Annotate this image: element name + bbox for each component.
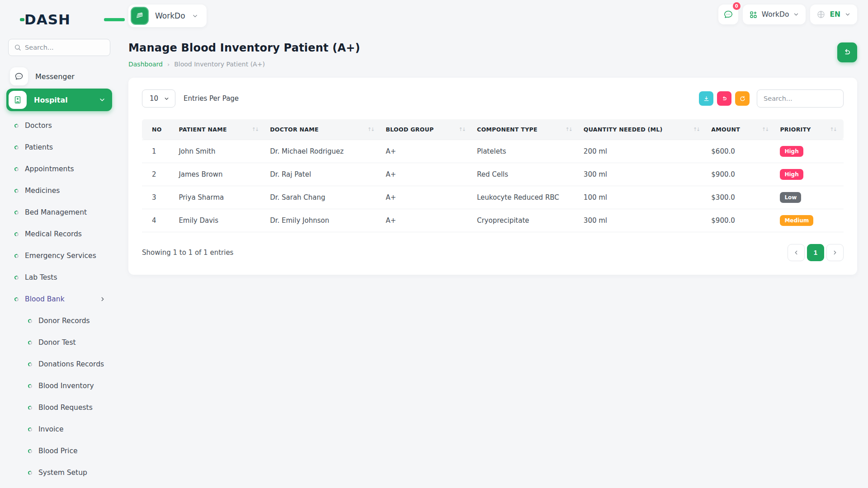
column-header-no[interactable]: NO — [142, 119, 174, 140]
sidebar-item-medicines[interactable]: Medicines — [6, 180, 112, 202]
cell-patient-name: James Brown — [174, 163, 265, 186]
workspace-label: WorkDo — [155, 11, 185, 20]
cell-blood-group: A+ — [381, 140, 472, 163]
sidebar-item-bed-management[interactable]: Bed Management — [6, 202, 112, 223]
sidebar-item-lab-tests[interactable]: Lab Tests — [6, 267, 112, 288]
sidebar-item-blood-requests[interactable]: Blood Requests — [6, 397, 112, 418]
sidebar-item-label: Blood Price — [38, 447, 112, 455]
sidebar-item-doctors[interactable]: Doctors — [6, 115, 112, 136]
bullet-icon — [28, 340, 33, 345]
sidebar-item-donations-records[interactable]: Donations Records — [6, 353, 112, 375]
chevron-right-icon — [832, 249, 838, 256]
sidebar-item-label: Blood Bank — [25, 295, 93, 303]
sidebar-item-label: Donor Test — [38, 338, 112, 347]
topbar-actions: 0 WorkDo EN — [718, 5, 857, 24]
workspace-switcher[interactable]: WorkDo — [128, 5, 207, 27]
breadcrumb: Dashboard › Blood Inventory Patient (A+) — [128, 61, 857, 68]
breadcrumb-dashboard-link[interactable]: Dashboard — [128, 61, 163, 68]
cell-doctor-name: Dr. Emily Johnson — [265, 209, 381, 232]
sidebar-item-emergency-services[interactable]: Emergency Services — [6, 245, 112, 267]
cell-no: 4 — [142, 209, 174, 232]
reset-button[interactable] — [717, 91, 731, 106]
refresh-button[interactable] — [735, 91, 750, 106]
cell-no: 2 — [142, 163, 174, 186]
pagination-page-1-button[interactable]: 1 — [807, 244, 824, 261]
sidebar-item-messenger[interactable]: Messenger — [6, 66, 112, 87]
sidebar-item-label: Hospital — [34, 96, 91, 104]
cell-quantity: 300 ml — [579, 163, 707, 186]
sidebar-item-blood-bank[interactable]: Blood Bank — [6, 288, 112, 310]
column-header-patient-name[interactable]: PATIENT NAME↑↓ — [174, 119, 265, 140]
sidebar-item-label: System Setup — [38, 469, 112, 477]
bullet-icon — [14, 210, 19, 215]
undo-arrow-icon — [721, 95, 728, 102]
cell-component-type: Platelets — [472, 140, 579, 163]
download-icon — [703, 95, 710, 102]
bullet-icon — [28, 361, 33, 366]
cell-doctor-name: Dr. Sarah Chang — [265, 186, 381, 209]
hospital-submenu: Doctors Patients Appointments Medicines … — [6, 115, 112, 488]
bullet-icon — [28, 318, 33, 323]
table-row: 3 Priya Sharma Dr. Sarah Chang A+ Leukoc… — [142, 186, 844, 209]
cell-blood-group: A+ — [381, 209, 472, 232]
cell-patient-name: Priya Sharma — [174, 186, 265, 209]
sidebar-item-label: Messenger — [35, 72, 75, 81]
breadcrumb-separator: › — [167, 61, 170, 68]
column-header-priority[interactable]: PRIORITY↑↓ — [775, 119, 844, 140]
sidebar-item-label: Blood Requests — [38, 404, 112, 412]
sidebar-search[interactable] — [8, 39, 110, 56]
pagination-prev-button[interactable] — [788, 244, 805, 261]
messages-button[interactable]: 0 — [718, 5, 738, 24]
column-header-amount[interactable]: AMOUNT↑↓ — [707, 119, 775, 140]
sort-icon: ↑↓ — [762, 127, 771, 132]
bullet-icon — [14, 145, 19, 150]
language-selector[interactable]: EN — [810, 5, 857, 24]
sidebar-item-donor-test[interactable]: Donor Test — [6, 332, 112, 353]
bullet-icon — [28, 470, 33, 475]
export-button[interactable] — [699, 91, 713, 106]
table-controls: 10 Entries Per Page — [142, 89, 844, 108]
globe-icon — [816, 10, 826, 19]
column-header-quantity-needed[interactable]: QUANTITY NEEDED (ML)↑↓ — [579, 119, 707, 140]
cell-quantity: 300 ml — [579, 209, 707, 232]
cell-component-type: Cryoprecipitate — [472, 209, 579, 232]
chevron-right-icon — [99, 296, 106, 302]
sidebar-item-surgery[interactable]: Surgery — [6, 483, 112, 488]
language-label: EN — [830, 10, 840, 19]
cell-patient-name: John Smith — [174, 140, 265, 163]
sidebar-item-label: Lab Tests — [25, 273, 112, 282]
chevron-down-icon — [192, 13, 198, 19]
cell-blood-group: A+ — [381, 186, 472, 209]
sidebar-item-appointments[interactable]: Appointments — [6, 158, 112, 180]
priority-badge: High — [780, 169, 803, 180]
cell-doctor-name: Dr. Raj Patel — [265, 163, 381, 186]
main-content: WorkDo 0 WorkDo — [118, 0, 868, 488]
table-search-input[interactable] — [757, 89, 844, 108]
cell-amount: $300.0 — [707, 186, 775, 209]
sidebar-search-input[interactable] — [25, 44, 104, 51]
back-button[interactable] — [837, 42, 857, 62]
apps-menu-button[interactable]: WorkDo — [743, 5, 806, 24]
entries-per-page-select[interactable]: 10 — [142, 89, 175, 108]
sidebar-item-donor-records[interactable]: Donor Records — [6, 310, 112, 332]
sidebar-item-medical-records[interactable]: Medical Records — [6, 223, 112, 245]
column-header-doctor-name[interactable]: DOCTOR NAME↑↓ — [265, 119, 381, 140]
refresh-icon — [739, 95, 746, 102]
sidebar-item-blood-inventory[interactable]: Blood Inventory — [6, 375, 112, 397]
sidebar-item-invoice[interactable]: Invoice — [6, 418, 112, 440]
column-header-component-type[interactable]: COMPONENT TYPE↑↓ — [472, 119, 579, 140]
app-logo: DASH — [24, 11, 112, 28]
sidebar-item-system-setup[interactable]: System Setup — [6, 462, 112, 483]
pagination-next-button[interactable] — [826, 244, 844, 261]
bullet-icon — [14, 296, 19, 301]
bullet-icon — [14, 275, 19, 280]
sidebar-item-label: Appointments — [25, 165, 112, 173]
sort-icon: ↑↓ — [252, 127, 261, 132]
sidebar-item-blood-price[interactable]: Blood Price — [6, 440, 112, 462]
sidebar-item-patients[interactable]: Patients — [6, 136, 112, 158]
sidebar-item-hospital[interactable]: Hospital — [6, 89, 112, 111]
breadcrumb-current: Blood Inventory Patient (A+) — [174, 61, 265, 68]
sidebar: DASH Messenger Hospital Doctors Patients… — [0, 0, 118, 488]
column-header-blood-group[interactable]: BLOOD GROUP↑↓ — [381, 119, 472, 140]
sidebar-item-label: Emergency Services — [25, 252, 112, 260]
